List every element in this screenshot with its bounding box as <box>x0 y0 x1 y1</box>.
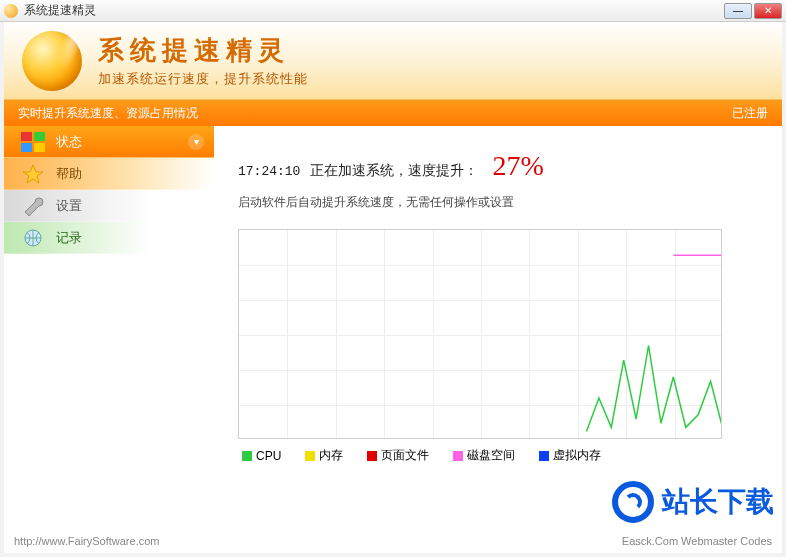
app-icon <box>4 4 18 18</box>
legend-mem: 内存 <box>305 447 343 464</box>
legend-swatch <box>453 451 463 461</box>
status-description: 启动软件后自动提升系统速度，无需任何操作或设置 <box>238 194 758 211</box>
svg-marker-4 <box>23 165 43 183</box>
legend-page: 页面文件 <box>367 447 429 464</box>
legend-virt: 虚拟内存 <box>539 447 601 464</box>
legend-cpu: CPU <box>242 449 281 463</box>
watermark-text: 站长下载 <box>662 483 774 521</box>
watermark-logo-icon <box>612 481 654 523</box>
titlebar: 系统提速精灵 — ✕ <box>0 0 786 22</box>
sidebar-item-label: 设置 <box>56 197 82 215</box>
sidebar-item-settings[interactable]: 设置 <box>4 190 214 222</box>
legend-disk: 磁盘空间 <box>453 447 515 464</box>
sidebar-item-label: 状态 <box>56 133 82 151</box>
status-line: 17:24:10 正在加速系统，速度提升： 27% <box>238 150 758 182</box>
window-title: 系统提速精灵 <box>24 2 722 19</box>
logo-icon <box>22 31 82 91</box>
speedup-percent: 27% <box>492 150 543 182</box>
svg-rect-3 <box>34 143 45 152</box>
svg-rect-2 <box>21 143 32 152</box>
status-ribbon: 实时提升系统速度、资源占用情况 已注册 <box>4 100 782 126</box>
sidebar-item-label: 记录 <box>56 229 82 247</box>
legend-swatch <box>305 451 315 461</box>
app-frame: 系统提速精灵 加速系统运行速度，提升系统性能 实时提升系统速度、资源占用情况 已… <box>0 22 786 557</box>
main-panel: 17:24:10 正在加速系统，速度提升： 27% 启动软件后自动提升系统速度，… <box>214 126 782 526</box>
minimize-button[interactable]: — <box>724 3 752 19</box>
sidebar-item-help[interactable]: 帮助 <box>4 158 214 190</box>
globe-icon <box>18 226 48 250</box>
legend-swatch <box>539 451 549 461</box>
svg-rect-1 <box>34 132 45 141</box>
legend-swatch <box>242 451 252 461</box>
app-title: 系统提速精灵 <box>98 33 308 68</box>
footer-credit: Easck.Com Webmaster Codes <box>622 535 772 547</box>
footer: http://www.FairySoftware.com Easck.Com W… <box>14 535 772 547</box>
legend-swatch <box>367 451 377 461</box>
current-time: 17:24:10 <box>238 164 300 179</box>
close-button[interactable]: ✕ <box>754 3 782 19</box>
registration-status: 已注册 <box>732 105 768 122</box>
status-text: 正在加速系统，速度提升： <box>310 162 478 180</box>
windows-flag-icon <box>18 130 48 154</box>
sidebar-item-label: 帮助 <box>56 165 82 183</box>
header-text: 系统提速精灵 加速系统运行速度，提升系统性能 <box>98 33 308 88</box>
sidebar-item-status[interactable]: 状态 ▾ <box>4 126 214 158</box>
app-subtitle: 加速系统运行速度，提升系统性能 <box>98 70 308 88</box>
sidebar-item-records[interactable]: 记录 <box>4 222 214 254</box>
svg-rect-0 <box>21 132 32 141</box>
watermark: 站长下载 <box>612 481 774 523</box>
chevron-down-icon: ▾ <box>188 134 204 150</box>
ribbon-left-text: 实时提升系统速度、资源占用情况 <box>18 105 198 122</box>
header: 系统提速精灵 加速系统运行速度，提升系统性能 <box>4 22 782 100</box>
resource-chart <box>238 229 722 439</box>
sidebar: 状态 ▾ 帮助 设置 记录 <box>4 126 214 526</box>
help-star-icon <box>18 162 48 186</box>
wrench-icon <box>18 194 48 218</box>
chart-legend: CPU 内存 页面文件 磁盘空间 虚拟内存 <box>238 447 758 464</box>
footer-url[interactable]: http://www.FairySoftware.com <box>14 535 160 547</box>
